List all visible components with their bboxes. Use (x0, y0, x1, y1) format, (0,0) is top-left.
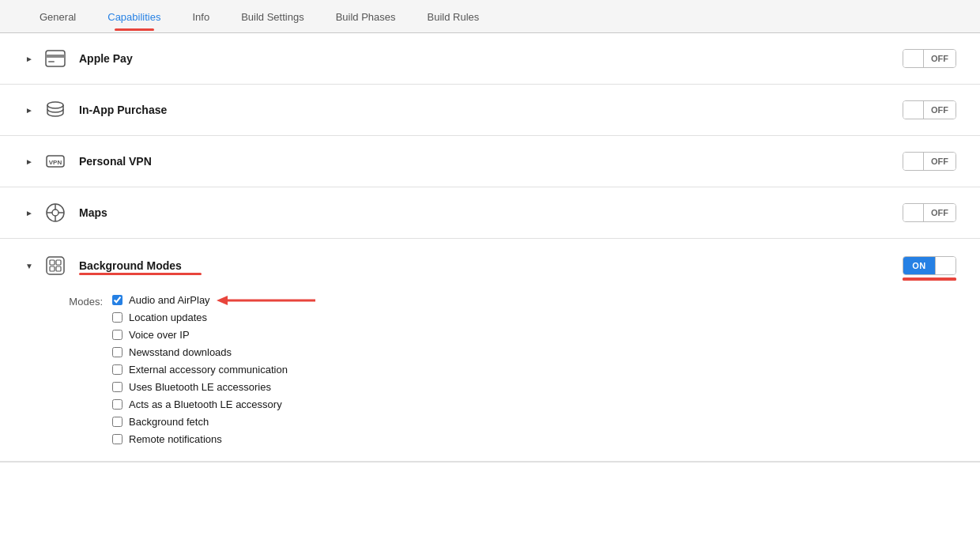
mode-voice-over-ip-checkbox[interactable] (112, 330, 122, 340)
mode-bluetooth-le-acts: Acts as a Bluetooth LE accessory (112, 398, 288, 410)
mode-external-accessory-checkbox[interactable] (112, 364, 122, 375)
background-modes-title-wrap: Background Modes (79, 259, 903, 272)
svg-rect-0 (46, 51, 65, 66)
mode-newsstand-downloads-checkbox[interactable] (112, 347, 122, 357)
mode-location-updates-label[interactable]: Location updates (129, 311, 207, 323)
in-app-purchase-toggle-wrap: OFF (903, 100, 956, 119)
svg-rect-13 (50, 260, 55, 265)
mode-bluetooth-le-uses-checkbox[interactable] (112, 382, 122, 392)
in-app-purchase-icon (41, 96, 70, 124)
mode-location-updates: Location updates (112, 311, 288, 323)
tab-build-settings[interactable]: Build Settings (225, 3, 320, 29)
svg-point-7 (52, 210, 58, 216)
mode-remote-notifications-label[interactable]: Remote notifications (129, 433, 222, 445)
background-modes-title: Background Modes (79, 259, 903, 272)
apple-pay-toggle[interactable]: OFF (903, 49, 956, 68)
apple-pay-row: ► Apple Pay OFF (0, 33, 980, 85)
mode-voice-over-ip-label[interactable]: Voice over IP (129, 329, 190, 341)
svg-marker-18 (217, 296, 228, 305)
maps-row: ► Maps OFF (0, 187, 980, 239)
in-app-purchase-chevron[interactable]: ► (24, 104, 35, 115)
mode-background-fetch-label[interactable]: Background fetch (129, 416, 209, 428)
background-modes-row: ▼ Background Modes ON (0, 239, 980, 285)
personal-vpn-chevron[interactable]: ► (24, 156, 35, 167)
modes-list: Audio and AirPlay Location updates (112, 294, 288, 461)
mode-bluetooth-le-uses: Uses Bluetooth LE accessories (112, 381, 288, 393)
in-app-purchase-toggle[interactable]: OFF (903, 100, 956, 119)
personal-vpn-title: Personal VPN (79, 155, 903, 168)
tab-build-rules[interactable]: Build Rules (412, 3, 496, 29)
mode-bluetooth-le-uses-label[interactable]: Uses Bluetooth LE accessories (129, 381, 271, 393)
svg-rect-1 (46, 55, 65, 58)
mode-bluetooth-le-acts-label[interactable]: Acts as a Bluetooth LE accessory (129, 398, 282, 410)
audio-airplay-arrow-annotation (217, 291, 319, 310)
maps-toggle[interactable]: OFF (903, 203, 956, 222)
personal-vpn-row: ► VPN Personal VPN OFF (0, 136, 980, 187)
mode-remote-notifications-checkbox[interactable] (112, 434, 122, 444)
toggle-annotation-underline (903, 278, 956, 281)
apple-pay-chevron[interactable]: ► (24, 53, 35, 64)
tab-general[interactable]: General (24, 3, 92, 29)
mode-audio-airplay-checkbox[interactable] (112, 295, 122, 305)
maps-icon (41, 198, 70, 227)
svg-rect-14 (56, 260, 61, 265)
mode-audio-airplay-label[interactable]: Audio and AirPlay (129, 294, 210, 306)
tab-bar: General Capabilities Info Build Settings… (0, 0, 980, 33)
mode-external-accessory-label[interactable]: External accessory communication (129, 364, 288, 376)
capabilities-content: ► Apple Pay OFF ► In-App Purchase (0, 33, 980, 462)
background-modes-annotation-underline (79, 273, 202, 275)
background-modes-toggle-wrap: ON (903, 256, 956, 275)
tab-build-phases[interactable]: Build Phases (320, 3, 412, 29)
mode-audio-airplay-text: Audio and AirPlay (129, 294, 210, 306)
personal-vpn-toggle[interactable]: OFF (903, 152, 956, 171)
mode-audio-airplay: Audio and AirPlay (112, 294, 288, 306)
maps-chevron[interactable]: ► (24, 207, 35, 218)
svg-rect-16 (56, 266, 61, 271)
mode-bluetooth-le-acts-checkbox[interactable] (112, 399, 122, 410)
svg-text:VPN: VPN (49, 159, 62, 166)
apple-pay-toggle-wrap: OFF (903, 49, 956, 68)
mode-newsstand-downloads-label[interactable]: Newsstand downloads (129, 346, 232, 358)
apple-pay-title: Apple Pay (79, 52, 903, 65)
in-app-purchase-title: In-App Purchase (79, 104, 903, 116)
in-app-purchase-row: ► In-App Purchase OFF (0, 85, 980, 136)
mode-newsstand-downloads: Newsstand downloads (112, 346, 288, 358)
background-modes-icon (41, 251, 70, 280)
mode-location-updates-checkbox[interactable] (112, 312, 122, 323)
tab-info[interactable]: Info (176, 3, 225, 29)
svg-point-3 (47, 102, 63, 108)
tab-capabilities[interactable]: Capabilities (92, 3, 176, 29)
apple-pay-icon (41, 44, 70, 73)
mode-background-fetch-checkbox[interactable] (112, 417, 122, 427)
mode-voice-over-ip: Voice over IP (112, 329, 288, 341)
maps-title: Maps (79, 206, 903, 219)
mode-remote-notifications: Remote notifications (112, 433, 288, 445)
maps-toggle-wrap: OFF (903, 203, 956, 222)
background-modes-toggle[interactable]: ON (903, 256, 956, 275)
mode-external-accessory: External accessory communication (112, 364, 288, 376)
personal-vpn-toggle-wrap: OFF (903, 152, 956, 171)
background-modes-chevron[interactable]: ▼ (24, 260, 35, 271)
svg-rect-2 (48, 61, 55, 62)
svg-rect-15 (50, 266, 55, 271)
svg-rect-12 (47, 257, 64, 274)
background-modes-section: ▼ Background Modes ON (0, 239, 980, 462)
modes-label: Modes: (55, 294, 103, 308)
personal-vpn-icon: VPN (41, 147, 70, 176)
modes-section: Modes: Audio and AirPlay (0, 285, 980, 462)
mode-background-fetch: Background fetch (112, 416, 288, 428)
